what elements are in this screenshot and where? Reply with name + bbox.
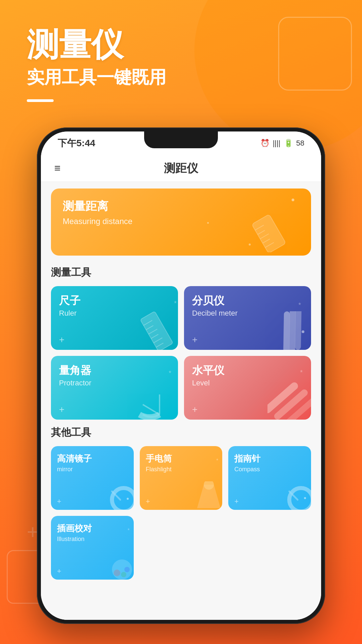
illustration-decoration bbox=[105, 551, 134, 580]
decibel-card[interactable]: 分贝仪 Decibel meter + * bbox=[184, 286, 311, 350]
compass-title-cn: 指南针 bbox=[234, 453, 305, 465]
phone-screen: 下午5:44 ⏰ |||| 🔋 58 ≡ 测距仪 测量距离 Measuring … bbox=[41, 131, 321, 620]
flashlight-star: * bbox=[216, 458, 218, 464]
illustration-plus: + bbox=[57, 567, 61, 576]
level-star: * bbox=[300, 369, 303, 376]
measuring-tools-section-title: 测量工具 bbox=[51, 266, 311, 279]
svg-line-14 bbox=[275, 311, 309, 350]
protractor-card[interactable]: 量角器 Protractor + * bbox=[51, 356, 178, 420]
compass-decoration bbox=[283, 481, 311, 510]
ruler-card[interactable]: 尺子 Ruler + * bbox=[51, 286, 178, 350]
protractor-decoration bbox=[136, 378, 178, 420]
alarm-icon: ⏰ bbox=[260, 139, 269, 148]
svg-rect-0 bbox=[252, 214, 286, 252]
svg-rect-6 bbox=[140, 311, 173, 350]
flashlight-card[interactable]: 手电筒 Flashlight + * bbox=[140, 446, 223, 510]
decibel-plus: + bbox=[192, 334, 197, 345]
illustration-card[interactable]: 插画校对 Illustration + * bbox=[51, 516, 134, 580]
mirror-decoration bbox=[105, 481, 134, 510]
header-section: 测量仪 实用工具一键既用 bbox=[27, 27, 166, 102]
ruler-star: * bbox=[174, 300, 177, 307]
battery-icon: 🔋 bbox=[284, 139, 293, 148]
notch bbox=[144, 131, 218, 148]
compass-title-en: Compass bbox=[234, 466, 305, 473]
illustration-star: * bbox=[127, 528, 129, 534]
other-tools-grid: 高清镜子 mirror + 手电筒 Flashlight + * bbox=[51, 446, 311, 510]
svg-point-29 bbox=[121, 572, 126, 577]
level-card[interactable]: 水平仪 Level + * bbox=[184, 356, 311, 420]
mirror-title-en: mirror bbox=[57, 466, 128, 473]
protractor-star: * bbox=[169, 369, 171, 377]
app-title: 测距仪 bbox=[164, 161, 198, 176]
status-icons: ⏰ |||| 🔋 58 bbox=[260, 139, 304, 148]
banner-dot-2 bbox=[249, 244, 251, 246]
banner-dot-3 bbox=[207, 222, 209, 224]
header-subtitle: 实用工具一键既用 bbox=[27, 66, 166, 89]
level-plus: + bbox=[192, 404, 197, 415]
measuring-tools-grid: 尺子 Ruler + * bbox=[51, 286, 311, 420]
last-tools-grid: 插画校对 Illustration + * bbox=[51, 516, 311, 580]
svg-point-30 bbox=[124, 567, 130, 572]
svg-point-21 bbox=[112, 488, 134, 510]
scroll-content: 测量距离 Measuring distance bbox=[41, 182, 321, 620]
flashlight-title-cn: 手电筒 bbox=[146, 453, 217, 465]
status-time: 下午5:44 bbox=[58, 137, 95, 150]
protractor-title-cn: 量角器 bbox=[59, 364, 170, 377]
flashlight-plus: + bbox=[146, 497, 150, 506]
app-header: ≡ 测距仪 bbox=[41, 155, 321, 182]
signal-icon: |||| bbox=[273, 139, 281, 148]
empty-cell-1 bbox=[140, 516, 223, 580]
mirror-plus: + bbox=[57, 497, 61, 506]
illustration-title-en: Illustration bbox=[57, 536, 128, 543]
level-title-cn: 水平仪 bbox=[192, 364, 303, 377]
svg-line-17 bbox=[143, 405, 160, 415]
illustration-title-cn: 插画校对 bbox=[57, 523, 128, 534]
status-bar: 下午5:44 ⏰ |||| 🔋 58 bbox=[41, 131, 321, 155]
phone-mockup: 下午5:44 ⏰ |||| 🔋 58 ≡ 测距仪 测量距离 Measuring … bbox=[37, 127, 325, 624]
ruler-decoration bbox=[251, 205, 304, 252]
header-title: 测量仪 bbox=[27, 27, 166, 62]
protractor-plus: + bbox=[59, 404, 64, 415]
ruler-plus: + bbox=[59, 334, 64, 345]
other-tools-section-title: 其他工具 bbox=[51, 426, 311, 439]
menu-icon[interactable]: ≡ bbox=[54, 162, 61, 174]
ruler-title-cn: 尺子 bbox=[59, 294, 170, 307]
battery-percent: 58 bbox=[296, 139, 304, 148]
flashlight-decoration bbox=[194, 481, 222, 510]
header-divider bbox=[27, 99, 54, 102]
banner-card[interactable]: 测量距离 Measuring distance bbox=[51, 189, 311, 256]
mirror-title-cn: 高清镜子 bbox=[57, 453, 128, 465]
decibel-title-cn: 分贝仪 bbox=[192, 294, 303, 307]
decibel-star: * bbox=[298, 301, 301, 309]
mirror-card[interactable]: 高清镜子 mirror + bbox=[51, 446, 134, 510]
flashlight-title-en: Flashlight bbox=[146, 466, 217, 473]
empty-cell-2 bbox=[228, 516, 311, 580]
compass-card[interactable]: 指南针 Compass + bbox=[228, 446, 311, 510]
level-decoration bbox=[267, 379, 311, 420]
compass-plus: + bbox=[234, 497, 239, 506]
svg-point-28 bbox=[114, 570, 120, 576]
svg-point-25 bbox=[289, 488, 311, 510]
banner-dot-1 bbox=[292, 199, 294, 201]
ruler-card-decoration bbox=[138, 308, 178, 350]
decibel-dot bbox=[302, 330, 304, 333]
bg-decoration-lines bbox=[278, 17, 352, 91]
decibel-decoration bbox=[269, 311, 311, 350]
